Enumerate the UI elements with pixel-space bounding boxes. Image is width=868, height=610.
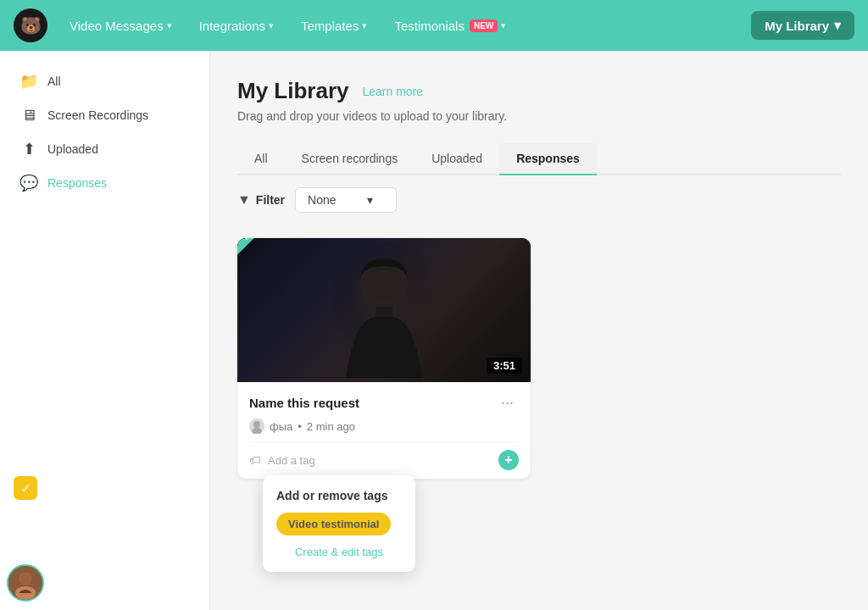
user-avatar[interactable]: [7, 564, 44, 602]
tab-screen-recordings[interactable]: Screen recordings: [285, 143, 415, 175]
chevron-down-icon: ▾: [362, 20, 367, 31]
tab-uploaded[interactable]: Uploaded: [415, 143, 499, 175]
svg-point-9: [253, 421, 260, 428]
tag-row: 🏷 Add a tag +: [249, 442, 519, 470]
filter-label: ▼ Filter: [237, 192, 285, 208]
screen-recording-icon: 🖥: [20, 107, 37, 124]
responses-icon: 💬: [20, 175, 37, 191]
tag-chip-video-testimonial[interactable]: Video testimonial: [276, 513, 391, 535]
chevron-down-icon: ▾: [501, 20, 506, 31]
page-subtitle: Drag and drop your videos to upload to y…: [237, 109, 841, 123]
filter-select[interactable]: None ▾: [295, 187, 397, 213]
content-tabs: All Screen recordings Uploaded Responses: [237, 143, 841, 175]
sidebar-item-screen-recordings[interactable]: 🖥 Screen Recordings: [0, 98, 209, 132]
navbar: 🐻 Video Messages ▾ Integrations ▾ Templa…: [0, 0, 868, 51]
chevron-down-icon: ▾: [167, 20, 172, 31]
svg-point-3: [19, 573, 31, 585]
main-content: My Library Learn more Drag and drop your…: [210, 51, 868, 610]
sidebar-item-uploaded[interactable]: ⬆ Uploaded: [0, 132, 209, 166]
new-badge: NEW: [470, 19, 498, 32]
nav-my-library[interactable]: My Library ▾: [751, 11, 854, 40]
video-info: Name this request ··· фыа: [237, 382, 531, 479]
upload-icon: ⬆: [20, 141, 37, 158]
learn-more-link[interactable]: Learn more: [363, 85, 424, 98]
create-edit-tags-link[interactable]: Create & edit tags: [276, 546, 402, 558]
nav-testimonials[interactable]: Testimonials NEW ▾: [382, 12, 518, 40]
video-grid: New 3:51 Name this request ···: [237, 238, 841, 479]
video-duration: 3:51: [487, 358, 522, 374]
chevron-down-icon: ▾: [834, 18, 841, 33]
nav-templates[interactable]: Templates ▾: [289, 12, 379, 40]
svg-point-7: [367, 264, 401, 302]
new-badge-wrapper: New: [237, 238, 280, 280]
sidebar-item-responses[interactable]: 💬 Responses: [0, 166, 209, 200]
video-meta: фыа • 2 min ago: [249, 419, 519, 434]
video-card: New 3:51 Name this request ···: [237, 238, 531, 479]
tag-icon: 🏷: [249, 453, 261, 467]
sidebar-item-all[interactable]: 📁 All: [0, 64, 209, 98]
new-badge: New: [237, 238, 277, 258]
tag-dropdown: Add or remove tags Video testimonial Cre…: [263, 475, 415, 572]
tab-all[interactable]: All: [237, 143, 285, 175]
tab-responses[interactable]: Responses: [499, 143, 597, 175]
meta-separator: •: [298, 420, 302, 433]
nav-video-messages[interactable]: Video Messages ▾: [58, 12, 184, 40]
meta-time: 2 min ago: [307, 420, 355, 433]
add-tag-placeholder: Add a tag: [268, 454, 492, 467]
main-layout: 📁 All 🖥 Screen Recordings ⬆ Uploaded 💬 R…: [0, 51, 868, 610]
chevron-down-icon: ▾: [367, 193, 373, 207]
nav-integrations[interactable]: Integrations ▾: [187, 12, 286, 40]
video-menu-button[interactable]: ···: [496, 392, 519, 413]
filter-bar: ▼ Filter None ▾: [237, 175, 841, 225]
checkbox-indicator: ✓: [14, 476, 37, 500]
filter-icon: ▼: [237, 192, 251, 208]
tag-dropdown-title: Add or remove tags: [276, 489, 402, 502]
sidebar: 📁 All 🖥 Screen Recordings ⬆ Uploaded 💬 R…: [0, 51, 210, 610]
folder-icon: 📁: [20, 73, 37, 90]
meta-user-avatar: [249, 419, 264, 434]
page-title: My Library: [237, 78, 349, 104]
app-logo[interactable]: 🐻: [14, 8, 47, 42]
page-header: My Library Learn more: [237, 78, 841, 104]
add-tag-button[interactable]: +: [498, 450, 519, 470]
video-title-row: Name this request ···: [249, 392, 519, 413]
chevron-down-icon: ▾: [269, 20, 274, 31]
video-thumbnail[interactable]: New 3:51: [237, 238, 531, 382]
video-title: Name this request: [249, 396, 359, 410]
meta-username: фыа: [270, 420, 292, 433]
